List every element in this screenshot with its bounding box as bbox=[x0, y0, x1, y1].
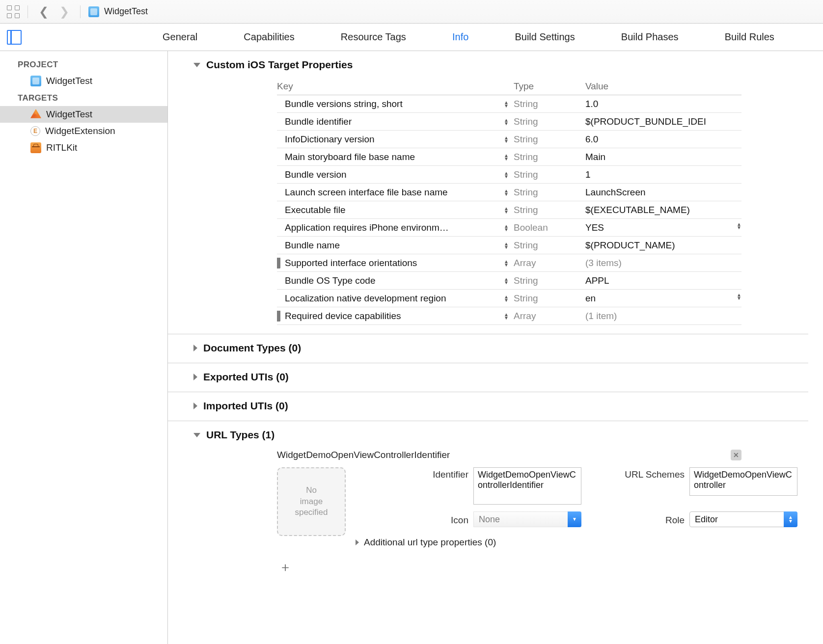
plist-row[interactable]: Supported interface orientationsArray(3 … bbox=[277, 254, 741, 272]
icon-select[interactable]: None bbox=[473, 511, 581, 527]
plist-row[interactable]: Main storyboard file base nameStringMain bbox=[277, 148, 741, 166]
nav-back-icon[interactable]: ❮ bbox=[36, 5, 52, 19]
section-header[interactable]: Custom iOS Target Properties bbox=[193, 59, 808, 71]
sidebar-item-label: WidgetExtension bbox=[45, 126, 115, 136]
key-stepper-icon[interactable] bbox=[499, 189, 514, 196]
section-header[interactable]: Document Types (0) bbox=[193, 342, 808, 354]
section-title: URL Types (1) bbox=[206, 429, 274, 441]
section-header[interactable]: Exported UTIs (0) bbox=[193, 371, 808, 383]
key-stepper-icon[interactable] bbox=[499, 277, 514, 284]
plist-type: Array bbox=[514, 311, 585, 322]
app-target-icon bbox=[30, 109, 41, 120]
plist-row[interactable]: Localization native development regionSt… bbox=[277, 290, 741, 307]
toggle-sidebar-icon[interactable] bbox=[7, 30, 22, 45]
disclosure-triangle-icon[interactable] bbox=[193, 345, 197, 351]
key-stepper-icon[interactable] bbox=[499, 242, 514, 249]
plist-row[interactable]: Bundle versions string, shortString1.0 bbox=[277, 95, 741, 113]
sidebar-target-ritlkit[interactable]: RITLKit bbox=[0, 139, 167, 156]
no-image-label: No image specified bbox=[295, 485, 328, 519]
plist-type: String bbox=[514, 99, 585, 109]
disclosure-triangle-icon[interactable] bbox=[193, 63, 200, 67]
key-stepper-icon[interactable] bbox=[499, 224, 514, 231]
section-imported-utis: Imported UTIs (0) bbox=[168, 392, 808, 421]
plist-row[interactable]: Bundle identifierString$(PRODUCT_BUNDLE_… bbox=[277, 113, 741, 131]
key-stepper-icon[interactable] bbox=[499, 136, 514, 143]
nav-forward-icon[interactable]: ❯ bbox=[56, 5, 72, 19]
sidebar-target-widgettest[interactable]: WidgetTest bbox=[0, 106, 167, 123]
add-url-type-button[interactable]: ＋ bbox=[279, 559, 356, 576]
disclosure-triangle-icon[interactable] bbox=[277, 258, 282, 268]
sidebar-project-item[interactable]: WidgetTest bbox=[0, 73, 167, 89]
tab-resource-tags[interactable]: Resource Tags bbox=[336, 29, 411, 45]
key-stepper-icon[interactable] bbox=[499, 207, 514, 214]
url-schemes-input[interactable]: WidgetDemoOpenViewController bbox=[689, 467, 797, 496]
chevron-down-icon bbox=[568, 511, 581, 527]
url-schemes-label: URL Schemes bbox=[596, 467, 689, 480]
identifier-input[interactable]: WidgetDemoOpenViewControllerIdentifier bbox=[473, 467, 581, 505]
key-stepper-icon[interactable] bbox=[499, 171, 514, 178]
plist-value: (3 items) bbox=[585, 258, 741, 268]
disclosure-triangle-icon[interactable] bbox=[277, 311, 282, 322]
plist-row[interactable]: Executable fileString$(EXECUTABLE_NAME) bbox=[277, 201, 741, 219]
plist-key: Executable file bbox=[277, 205, 499, 215]
plist-row[interactable]: Bundle nameString$(PRODUCT_NAME) bbox=[277, 237, 741, 254]
tab-build-rules[interactable]: Build Rules bbox=[720, 29, 779, 45]
plist-row[interactable]: InfoDictionary versionString6.0 bbox=[277, 131, 741, 148]
key-stepper-icon[interactable] bbox=[499, 295, 514, 302]
role-select[interactable]: Editor bbox=[689, 511, 797, 527]
plist-type: Array bbox=[514, 258, 585, 268]
section-header[interactable]: Imported UTIs (0) bbox=[193, 400, 808, 412]
breadcrumb-project[interactable]: WidgetTest bbox=[104, 6, 148, 17]
key-stepper-icon[interactable] bbox=[499, 118, 514, 125]
col-type: Type bbox=[514, 81, 585, 92]
disclosure-triangle-icon[interactable] bbox=[193, 433, 200, 437]
key-stepper-icon[interactable] bbox=[499, 154, 514, 161]
url-type-title: WidgetDemoOpenViewControllerIdentifier bbox=[277, 450, 450, 460]
col-key: Key bbox=[277, 81, 499, 92]
tab-info[interactable]: Info bbox=[447, 29, 473, 45]
plist-row[interactable]: Required device capabilitiesArray(1 item… bbox=[277, 307, 741, 325]
tab-build-phases[interactable]: Build Phases bbox=[616, 29, 684, 45]
section-header[interactable]: URL Types (1) bbox=[193, 429, 808, 441]
value-stepper-icon[interactable] bbox=[737, 222, 741, 229]
plist-value: LaunchScreen bbox=[585, 187, 741, 198]
plist-row[interactable]: Application requires iPhone environm…Boo… bbox=[277, 219, 741, 237]
section-title: Document Types (0) bbox=[203, 342, 301, 354]
plist-type: String bbox=[514, 240, 585, 251]
key-stepper-icon[interactable] bbox=[499, 313, 514, 320]
plist-value: $(PRODUCT_BUNDLE_IDEI bbox=[585, 116, 741, 127]
value-stepper-icon[interactable] bbox=[737, 293, 741, 300]
section-custom-target-properties: Custom iOS Target Properties Key Type Va… bbox=[168, 51, 808, 334]
plist-value: 1 bbox=[585, 169, 741, 180]
tab-build-settings[interactable]: Build Settings bbox=[510, 29, 579, 45]
plist-key: Bundle OS Type code bbox=[277, 275, 499, 286]
disclosure-triangle-icon[interactable] bbox=[193, 402, 197, 409]
plist-type: String bbox=[514, 116, 585, 127]
remove-url-type-button[interactable]: ✕ bbox=[731, 450, 741, 460]
icon-select-value: None bbox=[479, 514, 568, 525]
plist-header-row: Key Type Value bbox=[277, 78, 741, 95]
additional-properties-row[interactable]: Additional url type properties (0) bbox=[356, 537, 797, 548]
section-title: Exported UTIs (0) bbox=[203, 371, 289, 383]
framework-target-icon bbox=[30, 142, 41, 153]
sidebar-target-widgetextension[interactable]: WidgetExtension bbox=[0, 123, 167, 139]
plist-row[interactable]: Launch screen interface file base nameSt… bbox=[277, 184, 741, 201]
tab-general[interactable]: General bbox=[158, 29, 202, 45]
key-stepper-icon[interactable] bbox=[499, 101, 514, 107]
breadcrumb-bar: ❮ ❯ WidgetTest bbox=[0, 0, 823, 24]
disclosure-triangle-icon[interactable] bbox=[193, 374, 197, 380]
url-type-image-well[interactable]: No image specified bbox=[277, 467, 346, 536]
related-items-icon[interactable] bbox=[7, 5, 20, 18]
main-content: Custom iOS Target Properties Key Type Va… bbox=[168, 51, 823, 644]
url-type-item: WidgetDemoOpenViewControllerIdentifier ✕… bbox=[277, 450, 741, 576]
plist-type: String bbox=[514, 152, 585, 162]
plist-type: String bbox=[514, 293, 585, 304]
disclosure-triangle-icon[interactable] bbox=[356, 539, 359, 545]
plist-key: Bundle name bbox=[277, 240, 499, 251]
plist-row[interactable]: Bundle OS Type codeStringAPPL bbox=[277, 272, 741, 290]
key-stepper-icon[interactable] bbox=[499, 260, 514, 267]
plist-row[interactable]: Bundle versionString1 bbox=[277, 166, 741, 184]
tab-capabilities[interactable]: Capabilities bbox=[239, 29, 299, 45]
tab-bar: General Capabilities Resource Tags Info … bbox=[0, 24, 823, 51]
section-title: Imported UTIs (0) bbox=[203, 400, 288, 412]
